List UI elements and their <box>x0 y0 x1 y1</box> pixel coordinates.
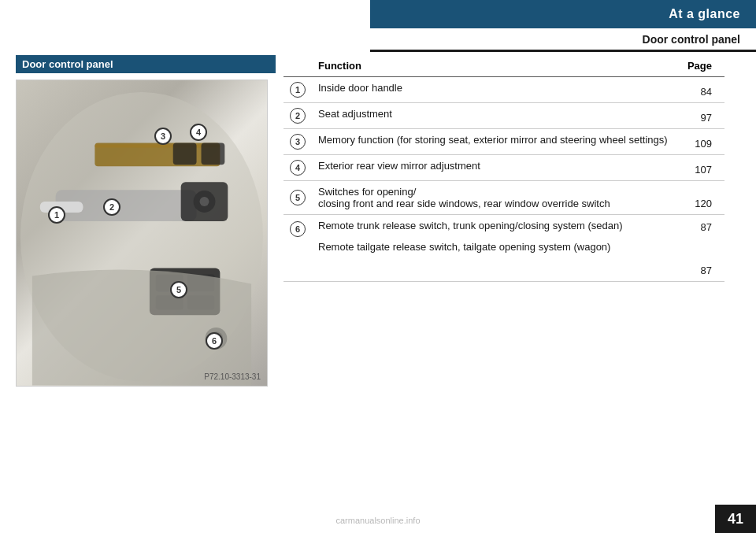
row-page: 84 <box>681 77 724 103</box>
row-function: Seat adjustment <box>312 103 681 129</box>
car-image: 1 2 3 4 5 6 P72.10-3313-31 <box>16 80 268 387</box>
page-number: 41 <box>728 511 743 527</box>
badge-3: 3 <box>154 128 172 145</box>
door-panel-bg: 1 2 3 4 5 6 P72.10-3313-31 <box>17 80 267 386</box>
header-bar: At a glance <box>370 0 756 28</box>
col-header-num <box>284 55 312 77</box>
row-num: 6 <box>284 215 312 282</box>
row-page: 97 <box>681 103 724 129</box>
row-num: 1 <box>284 77 312 103</box>
badge-6: 6 <box>206 332 223 350</box>
row-page: 120 <box>681 181 724 215</box>
sub-header-title: Door control panel <box>643 33 740 46</box>
watermark: carmanualsonline.info <box>335 516 420 525</box>
row-function: Memory function (for storing seat, exter… <box>312 129 681 155</box>
row-num: 2 <box>284 103 312 129</box>
circle-num-2: 2 <box>290 108 306 124</box>
circle-num-1: 1 <box>290 82 306 98</box>
left-panel: Door control panel <box>16 55 276 387</box>
function-table: Function Page 1 Inside door handle 84 2 … <box>284 55 724 282</box>
row-page: 109 <box>681 129 724 155</box>
circle-num-5: 5 <box>290 190 306 205</box>
badge-5: 5 <box>170 281 187 298</box>
svg-point-11 <box>200 197 209 206</box>
table-row: 5 Switches for opening/closing front and… <box>284 181 724 215</box>
row-function: Inside door handle <box>312 77 681 103</box>
sub-header: Door control panel <box>370 28 756 52</box>
circle-num-3: 3 <box>290 134 306 150</box>
door-art-svg <box>17 80 267 386</box>
table-row: 3 Memory function (for storing seat, ext… <box>284 129 724 155</box>
svg-rect-13 <box>202 143 225 165</box>
row-function: Switches for opening/closing front and r… <box>312 181 681 215</box>
badge-1: 1 <box>48 206 65 224</box>
right-panel: Function Page 1 Inside door handle 84 2 … <box>284 55 724 282</box>
row-function: Exterior rear view mirror adjustment <box>312 155 681 181</box>
row-num: 3 <box>284 129 312 155</box>
row-page: 107 <box>681 155 724 181</box>
row-num: 5 <box>284 181 312 215</box>
page-number-box: 41 <box>715 505 756 533</box>
col-header-function: Function <box>312 55 681 77</box>
circle-num-4: 4 <box>290 160 306 176</box>
badge-4: 4 <box>190 124 207 141</box>
badge-2: 2 <box>103 198 120 216</box>
table-row: 2 Seat adjustment 97 <box>284 103 724 129</box>
section-title: Door control panel <box>16 55 276 73</box>
table-row: 6 Remote trunk release switch, trunk ope… <box>284 215 724 282</box>
table-row: 4 Exterior rear view mirror adjustment 1… <box>284 155 724 181</box>
row-page: 87 87 <box>681 215 724 282</box>
col-header-page: Page <box>681 55 724 77</box>
table-row: 1 Inside door handle 84 <box>284 77 724 103</box>
circle-num-6: 6 <box>290 221 306 237</box>
header-title: At a glance <box>669 7 740 21</box>
svg-rect-12 <box>173 143 197 165</box>
row-num: 4 <box>284 155 312 181</box>
image-caption: P72.10-3313-31 <box>204 372 261 381</box>
row-function: Remote trunk release switch, trunk openi… <box>312 215 681 282</box>
